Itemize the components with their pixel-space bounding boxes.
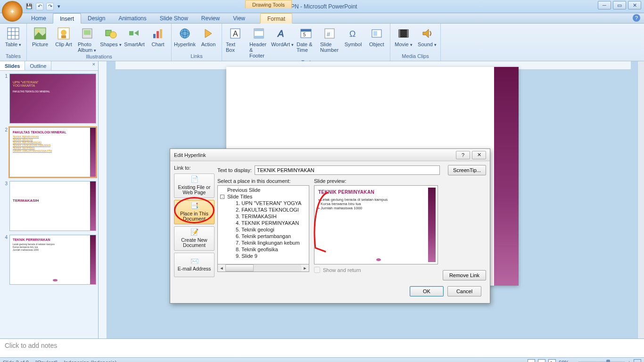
slide-panel-tabs: Slides Outline × <box>0 61 98 71</box>
svg-rect-23 <box>254 29 264 31</box>
sound-button[interactable]: Sound <box>417 25 438 48</box>
show-and-return-checkbox[interactable] <box>314 267 320 273</box>
office-button[interactable]: ✦ <box>2 1 23 22</box>
tab-format[interactable]: Format <box>260 13 292 24</box>
svg-point-18 <box>180 29 190 38</box>
tab-view[interactable]: View <box>226 13 252 23</box>
view-slideshow-icon[interactable]: ▶ <box>548 359 556 362</box>
ribbon: Table Tables Picture Clip Art Photo Albu… <box>0 24 644 61</box>
screentip-button[interactable]: ScreenTip... <box>448 165 486 175</box>
status-language[interactable]: Indonesian (Indonesia) <box>64 360 116 362</box>
headerfooter-button[interactable]: Header & Footer <box>248 25 269 59</box>
object-icon <box>370 26 384 41</box>
tree-item[interactable]: 5. Teknik geologi <box>219 226 308 233</box>
smartart-button[interactable]: SmartArt <box>124 25 145 48</box>
close-button[interactable]: ✕ <box>628 1 641 9</box>
svg-rect-27 <box>301 29 311 32</box>
movie-button[interactable]: Movie <box>393 25 414 48</box>
action-button[interactable]: Action <box>198 25 219 48</box>
dialog-titlebar[interactable]: Edit Hyperlink ? ✕ <box>170 149 490 161</box>
tree-item[interactable]: 1. UPN "VETERAN" YOGYA <box>219 200 308 206</box>
thumbnail-1[interactable]: 1 UPN "VETERAN"YOGYAKARTA FAKULTAS TEKNO… <box>2 74 96 123</box>
wordart-button[interactable]: AWordArt <box>272 25 293 48</box>
tab-insert[interactable]: Insert <box>53 13 81 24</box>
symbol-icon: Ω <box>346 26 360 41</box>
zoom-in-button[interactable]: + <box>628 360 631 362</box>
thumbnails: 1 UPN "VETERAN"YOGYAKARTA FAKULTAS TEKNO… <box>0 71 98 338</box>
slide-panel: Slides Outline × 1 UPN "VETERAN"YOGYAKAR… <box>0 61 99 338</box>
zoom-percent[interactable]: 68% <box>559 360 569 362</box>
hyperlink-button[interactable]: Hyperlink <box>174 25 195 48</box>
smartart-icon <box>127 26 141 41</box>
panel-tab-outline[interactable]: Outline <box>25 61 51 70</box>
remove-link-button[interactable]: Remove Link <box>443 270 486 280</box>
tab-animations[interactable]: Animations <box>112 13 153 23</box>
tree-item[interactable]: 6. Teknik pertambangan <box>219 233 308 239</box>
fit-to-window-button[interactable] <box>634 359 641 362</box>
slidenumber-button[interactable]: #Slide Number <box>319 25 340 54</box>
thumbnail-2[interactable]: 2 FAKULTAS TEKNOLOGI MINERAL TEKNIK PERM… <box>2 127 96 177</box>
view-sorter-icon[interactable] <box>538 359 545 362</box>
tree-item[interactable]: 2. FAKULTAS TEKNOLOGI <box>219 206 308 213</box>
help-icon[interactable]: ? <box>633 14 640 22</box>
zoom-out-button[interactable]: − <box>572 360 575 362</box>
linkto-email[interactable]: ✉️E-mail Address <box>174 253 215 277</box>
clipart-icon <box>57 26 71 41</box>
tab-home[interactable]: Home <box>25 13 53 23</box>
thumbnail-3[interactable]: 3 TERIMAKASIH <box>2 181 96 231</box>
dialog-help-button[interactable]: ? <box>456 151 470 159</box>
tree-item[interactable]: 8. Teknik geofisika <box>219 246 308 253</box>
shapes-button[interactable]: Shapes <box>100 25 121 48</box>
sound-icon <box>420 26 434 41</box>
context-tab-title: Drawing Tools <box>245 0 292 8</box>
tree-h-scrollbar[interactable]: ◄► <box>217 264 309 272</box>
dialog-close-button[interactable]: ✕ <box>472 151 486 159</box>
qat-more-icon[interactable]: ▾ <box>57 3 61 10</box>
qat-undo-icon[interactable]: ↶ <box>36 3 43 10</box>
tree-item[interactable]: 7. Teknik lingkungan kebum <box>219 239 308 246</box>
picture-icon <box>33 26 47 41</box>
scrollbar-vertical[interactable] <box>637 61 644 338</box>
notes-pane[interactable]: Click to add notes <box>0 338 644 357</box>
headerfooter-icon <box>252 26 266 41</box>
clipart-button[interactable]: Clip Art <box>53 25 74 48</box>
ok-button[interactable]: OK <box>410 286 444 296</box>
thumbnail-4[interactable]: 4 TEKNIK PERMINYAKAN Letak gedung berada… <box>2 235 96 285</box>
tree-item[interactable]: Previous Slide <box>219 187 308 193</box>
picture-button[interactable]: Picture <box>30 25 50 48</box>
restore-button[interactable]: ▭ <box>613 1 626 9</box>
linkto-place-in-doc[interactable]: 📑Place in This Document <box>174 200 215 224</box>
place-tree[interactable]: Previous Slide-Slide Titles1. UPN "VETER… <box>217 185 309 264</box>
qat-redo-icon[interactable]: ↷ <box>46 3 54 10</box>
tree-item[interactable]: -Slide Titles <box>219 193 308 200</box>
tree-item[interactable]: 9. Slide 9 <box>219 253 308 259</box>
tab-slideshow[interactable]: Slide Show <box>153 13 195 23</box>
slide-preview: TEKNIK PERMINYAKAN Letak gedung berada d… <box>314 185 438 264</box>
main-area: Slides Outline × 1 UPN "VETERAN"YOGYAKAR… <box>0 61 644 338</box>
object-button[interactable]: Object <box>366 25 387 48</box>
photoalbum-button[interactable]: Photo Album <box>77 25 98 54</box>
textbox-button[interactable]: AText Box <box>225 25 246 54</box>
linkto-create-new[interactable]: 📝Create New Document <box>174 226 215 251</box>
tab-design[interactable]: Design <box>81 13 112 23</box>
text-to-display-input[interactable] <box>255 165 440 175</box>
slide-accent <box>494 67 519 286</box>
linkto-existing-file[interactable]: 📄Existing File or Web Page <box>174 173 215 198</box>
svg-rect-36 <box>407 30 408 37</box>
table-button[interactable]: Table <box>3 25 24 48</box>
tab-review[interactable]: Review <box>195 13 226 23</box>
ribbon-group-media: Movie Sound Media Clips <box>390 24 441 61</box>
view-normal-icon[interactable] <box>528 359 535 362</box>
panel-close-icon[interactable]: × <box>90 61 98 70</box>
ribbon-group-text: AText Box Header & Footer AWordArt 5Date… <box>222 24 390 61</box>
tree-item[interactable]: 4. TEKNIK PERMINYAKAN <box>219 220 308 226</box>
tree-item[interactable]: 3. TERIMAKASIH <box>219 213 308 220</box>
cancel-button[interactable]: Cancel <box>447 286 481 296</box>
symbol-button[interactable]: ΩSymbol <box>343 25 363 48</box>
panel-tab-slides[interactable]: Slides <box>0 61 25 70</box>
minimize-button[interactable]: ─ <box>598 1 611 9</box>
chart-button[interactable]: Chart <box>148 25 168 48</box>
qat-save-icon[interactable]: 💾 <box>25 3 33 10</box>
datetime-button[interactable]: 5Date & Time <box>296 25 316 54</box>
wordart-icon: A <box>275 26 289 41</box>
